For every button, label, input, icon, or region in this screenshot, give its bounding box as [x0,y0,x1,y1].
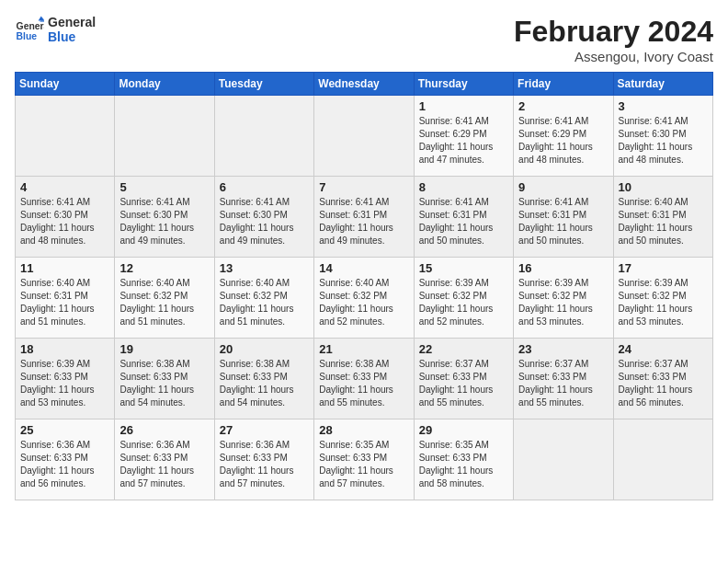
calendar-cell: 27Sunrise: 6:36 AM Sunset: 6:33 PM Dayli… [214,419,313,500]
calendar-cell: 6Sunrise: 6:41 AM Sunset: 6:30 PM Daylig… [214,177,313,258]
day-info: Sunrise: 6:38 AM Sunset: 6:33 PM Dayligh… [119,358,209,409]
calendar-subtitle: Assengou, Ivory Coast [514,49,713,64]
day-number: 11 [20,261,109,275]
day-number: 7 [319,180,408,194]
calendar-header: SundayMondayTuesdayWednesdayThursdayFrid… [16,73,713,96]
day-info: Sunrise: 6:41 AM Sunset: 6:31 PM Dayligh… [518,196,608,247]
day-info: Sunrise: 6:41 AM Sunset: 6:30 PM Dayligh… [220,196,309,247]
calendar-cell: 21Sunrise: 6:38 AM Sunset: 6:33 PM Dayli… [314,339,414,419]
day-number: 29 [419,423,508,437]
day-info: Sunrise: 6:35 AM Sunset: 6:33 PM Dayligh… [419,439,508,490]
day-number: 5 [119,180,209,194]
calendar-week-3: 11Sunrise: 6:40 AM Sunset: 6:31 PM Dayli… [16,258,713,339]
day-info: Sunrise: 6:40 AM Sunset: 6:31 PM Dayligh… [20,277,109,328]
calendar-cell: 3Sunrise: 6:41 AM Sunset: 6:30 PM Daylig… [613,96,712,177]
logo-icon: General Blue [15,15,44,44]
svg-text:General: General [17,21,44,31]
day-number: 8 [419,180,508,194]
calendar-cell [514,419,613,500]
logo-text-line1: General [48,15,96,29]
day-number: 12 [119,261,209,275]
day-number: 10 [619,180,708,194]
calendar-cell: 28Sunrise: 6:35 AM Sunset: 6:33 PM Dayli… [314,419,414,500]
day-number: 25 [20,423,109,437]
day-number: 28 [319,423,408,437]
day-number: 9 [518,180,608,194]
calendar-cell: 26Sunrise: 6:36 AM Sunset: 6:33 PM Dayli… [115,419,214,500]
day-info: Sunrise: 6:39 AM Sunset: 6:32 PM Dayligh… [419,277,508,328]
day-number: 22 [419,342,508,356]
calendar-week-1: 1Sunrise: 6:41 AM Sunset: 6:29 PM Daylig… [16,96,713,177]
day-number: 14 [319,261,408,275]
page-header: General Blue General Blue February 2024 … [15,15,713,64]
calendar-cell [613,419,712,500]
calendar-cell: 25Sunrise: 6:36 AM Sunset: 6:33 PM Dayli… [16,419,115,500]
calendar-cell: 23Sunrise: 6:37 AM Sunset: 6:33 PM Dayli… [514,339,613,419]
day-info: Sunrise: 6:36 AM Sunset: 6:33 PM Dayligh… [119,439,209,490]
column-header-wednesday: Wednesday [314,73,414,96]
calendar-cell: 7Sunrise: 6:41 AM Sunset: 6:31 PM Daylig… [314,177,414,258]
calendar-cell: 9Sunrise: 6:41 AM Sunset: 6:31 PM Daylig… [514,177,613,258]
logo-text-line2: Blue [48,29,96,44]
day-number: 19 [119,342,209,356]
day-info: Sunrise: 6:36 AM Sunset: 6:33 PM Dayligh… [220,439,309,490]
day-info: Sunrise: 6:41 AM Sunset: 6:29 PM Dayligh… [419,115,508,167]
day-number: 1 [419,99,508,113]
column-header-monday: Monday [115,73,214,96]
calendar-cell: 17Sunrise: 6:39 AM Sunset: 6:32 PM Dayli… [613,258,712,339]
day-info: Sunrise: 6:37 AM Sunset: 6:33 PM Dayligh… [619,358,708,409]
day-number: 3 [619,99,708,113]
day-number: 13 [220,261,309,275]
calendar-cell: 14Sunrise: 6:40 AM Sunset: 6:32 PM Dayli… [314,258,414,339]
day-info: Sunrise: 6:41 AM Sunset: 6:31 PM Dayligh… [419,196,508,247]
calendar-week-4: 18Sunrise: 6:39 AM Sunset: 6:33 PM Dayli… [16,339,713,419]
day-number: 6 [220,180,309,194]
day-number: 21 [319,342,408,356]
column-header-tuesday: Tuesday [214,73,313,96]
day-number: 27 [220,423,309,437]
day-info: Sunrise: 6:41 AM Sunset: 6:30 PM Dayligh… [119,196,209,247]
day-info: Sunrise: 6:36 AM Sunset: 6:33 PM Dayligh… [20,439,109,490]
day-info: Sunrise: 6:38 AM Sunset: 6:33 PM Dayligh… [220,358,309,409]
day-number: 26 [119,423,209,437]
calendar-cell: 16Sunrise: 6:39 AM Sunset: 6:32 PM Dayli… [514,258,613,339]
day-info: Sunrise: 6:37 AM Sunset: 6:33 PM Dayligh… [518,358,608,409]
calendar-cell: 18Sunrise: 6:39 AM Sunset: 6:33 PM Dayli… [16,339,115,419]
day-number: 20 [220,342,309,356]
day-info: Sunrise: 6:39 AM Sunset: 6:32 PM Dayligh… [518,277,608,328]
day-info: Sunrise: 6:40 AM Sunset: 6:31 PM Dayligh… [619,196,708,247]
day-number: 23 [518,342,608,356]
day-info: Sunrise: 6:35 AM Sunset: 6:33 PM Dayligh… [319,439,408,490]
day-number: 24 [619,342,708,356]
calendar-cell [16,96,115,177]
day-info: Sunrise: 6:38 AM Sunset: 6:33 PM Dayligh… [319,358,408,409]
day-number: 17 [619,261,708,275]
calendar-cell: 13Sunrise: 6:40 AM Sunset: 6:32 PM Dayli… [214,258,313,339]
calendar-body: 1Sunrise: 6:41 AM Sunset: 6:29 PM Daylig… [16,96,713,500]
calendar-cell: 24Sunrise: 6:37 AM Sunset: 6:33 PM Dayli… [613,339,712,419]
calendar-week-2: 4Sunrise: 6:41 AM Sunset: 6:30 PM Daylig… [16,177,713,258]
calendar-cell: 20Sunrise: 6:38 AM Sunset: 6:33 PM Dayli… [214,339,313,419]
calendar-week-5: 25Sunrise: 6:36 AM Sunset: 6:33 PM Dayli… [16,419,713,500]
day-info: Sunrise: 6:40 AM Sunset: 6:32 PM Dayligh… [319,277,408,328]
calendar-cell: 8Sunrise: 6:41 AM Sunset: 6:31 PM Daylig… [414,177,513,258]
day-info: Sunrise: 6:40 AM Sunset: 6:32 PM Dayligh… [220,277,309,328]
calendar-cell: 29Sunrise: 6:35 AM Sunset: 6:33 PM Dayli… [414,419,513,500]
day-number: 15 [419,261,508,275]
calendar-cell: 2Sunrise: 6:41 AM Sunset: 6:29 PM Daylig… [514,96,613,177]
calendar-title: February 2024 [514,15,713,49]
day-number: 16 [518,261,608,275]
day-info: Sunrise: 6:41 AM Sunset: 6:30 PM Dayligh… [619,115,708,167]
calendar-cell: 10Sunrise: 6:40 AM Sunset: 6:31 PM Dayli… [613,177,712,258]
day-number: 18 [20,342,109,356]
column-header-thursday: Thursday [414,73,513,96]
day-info: Sunrise: 6:37 AM Sunset: 6:33 PM Dayligh… [419,358,508,409]
calendar-cell [214,96,313,177]
day-info: Sunrise: 6:41 AM Sunset: 6:30 PM Dayligh… [20,196,109,247]
calendar-cell: 11Sunrise: 6:40 AM Sunset: 6:31 PM Dayli… [16,258,115,339]
calendar-cell: 15Sunrise: 6:39 AM Sunset: 6:32 PM Dayli… [414,258,513,339]
column-header-friday: Friday [514,73,613,96]
day-info: Sunrise: 6:41 AM Sunset: 6:29 PM Dayligh… [518,115,608,167]
svg-text:Blue: Blue [17,31,38,41]
calendar-cell: 4Sunrise: 6:41 AM Sunset: 6:30 PM Daylig… [16,177,115,258]
